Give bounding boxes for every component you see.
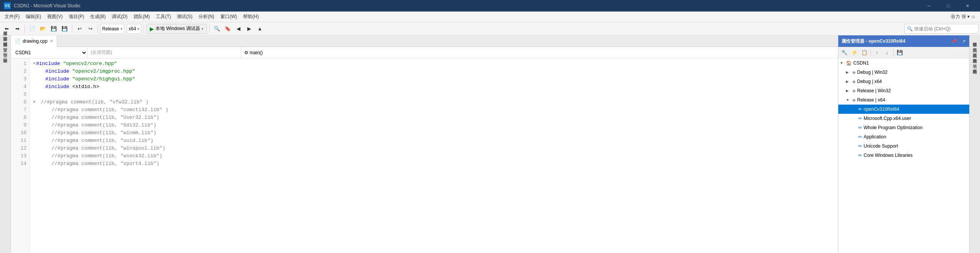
menu-view[interactable]: 视图(V) bbox=[44, 12, 66, 22]
tree-opencv-rel64[interactable]: ✏ openCv310Rel64 bbox=[838, 105, 980, 114]
properties-unpin-button[interactable]: ↗ bbox=[959, 37, 968, 45]
quick-search-box[interactable]: 🔍 bbox=[904, 24, 978, 34]
activity-output[interactable]: 工输出 bbox=[2, 58, 9, 63]
play-icon: ▶ bbox=[150, 26, 154, 32]
tree-core-windows-libs[interactable]: ✏ Core Windows Libraries bbox=[838, 151, 980, 160]
user-info[interactable]: 谷力 张 ▾ bbox=[951, 13, 970, 20]
toolbar-sep-5 bbox=[209, 25, 210, 33]
nav-forward-button[interactable]: ➡ bbox=[12, 24, 22, 34]
tree-root[interactable]: ▼ 🏠 CSDN1 bbox=[838, 58, 980, 68]
right-activity-object[interactable]: 对象浏览器 bbox=[971, 53, 978, 58]
ms-cpp-arrow bbox=[852, 117, 858, 120]
title-bar: VS CSDN1 - Microsoft Visual Studio ─ □ ✕ bbox=[0, 0, 980, 12]
prev-btn[interactable]: ◀ bbox=[233, 24, 243, 34]
prop-wrench-button[interactable]: 🔧 bbox=[840, 48, 849, 57]
save-button[interactable]: 💾 bbox=[49, 24, 59, 34]
collapse-2[interactable] bbox=[33, 68, 40, 75]
unicode-arrow bbox=[852, 144, 858, 148]
menu-project[interactable]: 项目(P) bbox=[66, 12, 87, 22]
tree-ms-cpp-user[interactable]: ✏ Microsoft.Cpp.x64.user bbox=[838, 114, 980, 123]
activity-team[interactable]: 团队资源管理器 bbox=[2, 48, 9, 52]
activity-errors[interactable]: 错误列表 bbox=[2, 64, 9, 68]
tree-release-x64[interactable]: ▼ ◈ Release | x64 bbox=[838, 95, 980, 105]
whole-prog-label: Whole Program Optimization bbox=[864, 125, 922, 130]
find-button[interactable]: 🔍 bbox=[212, 24, 222, 34]
menu-tools[interactable]: 工具(T) bbox=[153, 12, 174, 22]
menu-debug[interactable]: 调试(D) bbox=[109, 12, 131, 22]
menu-help[interactable]: 帮助(H) bbox=[240, 12, 262, 22]
code-line-13: //#pragma comment(lib, "wsock32.lib") bbox=[33, 152, 838, 160]
platform-dropdown[interactable]: x64 ▾ bbox=[127, 24, 141, 34]
nav-back-button[interactable]: ⬅ bbox=[2, 24, 12, 34]
maximize-button[interactable]: □ bbox=[939, 0, 957, 12]
properties-pin-button[interactable]: 📌 bbox=[950, 37, 958, 45]
right-activity-resource[interactable]: 资源视图 bbox=[971, 48, 978, 52]
tree-debug-x64[interactable]: ▶ ◈ Debug | x64 bbox=[838, 77, 980, 86]
open-file-button[interactable]: 📂 bbox=[38, 24, 48, 34]
tree-release-win32[interactable]: ▶ ◈ Release | Win32 bbox=[838, 86, 980, 95]
right-activity-callhier[interactable]: 调用层次结构 bbox=[971, 64, 978, 68]
tab-drawing-cpp[interactable]: 📄 drawing.cpp ✕ bbox=[11, 35, 57, 47]
tree-unicode-support[interactable]: ✏ Unicode Support bbox=[838, 141, 980, 151]
collapse-1[interactable]: ▼ bbox=[33, 60, 35, 68]
code-line-2: #include "opencv2/imgproc.hpp" bbox=[33, 68, 838, 75]
menu-window[interactable]: 窗口(W) bbox=[217, 12, 240, 22]
minimize-button[interactable]: ─ bbox=[920, 0, 938, 12]
whole-prog-icon: ✏ bbox=[858, 125, 862, 130]
release-win32-label: Release | Win32 bbox=[857, 88, 891, 93]
menu-edit[interactable]: 编辑(E) bbox=[23, 12, 44, 22]
close-button[interactable]: ✕ bbox=[958, 0, 976, 12]
release-x64-label: Release | x64 bbox=[857, 97, 885, 103]
menu-test[interactable]: 测试(S) bbox=[174, 12, 195, 22]
project-scope-select[interactable]: CSDN1 bbox=[11, 47, 88, 58]
prop-sep-1 bbox=[871, 49, 871, 56]
next-btn[interactable]: ▶ bbox=[244, 24, 254, 34]
activity-toolbox[interactable]: 工具箱 bbox=[2, 53, 9, 58]
prop-up-button[interactable]: ↑ bbox=[872, 48, 882, 57]
menu-team[interactable]: 团队(M) bbox=[131, 12, 153, 22]
tree-whole-program-opt[interactable]: ✏ Whole Program Optimization bbox=[838, 123, 980, 132]
right-activity-bar: 属性管理器 类视图 资源视图 对象浏览器 书签 调用层次结构 bbox=[969, 35, 980, 253]
prop-copy-button[interactable]: 📋 bbox=[860, 48, 869, 57]
undo-button[interactable]: ↩ bbox=[74, 24, 84, 34]
settings-icon[interactable]: ☆ bbox=[971, 14, 975, 20]
debug-win32-icon: ◈ bbox=[852, 70, 856, 75]
new-file-button[interactable]: 📄 bbox=[27, 24, 37, 34]
collapse-6[interactable]: ▼ bbox=[33, 98, 35, 106]
debug-button[interactable]: ▶ 本地 Windows 调试器 ▾ bbox=[146, 24, 207, 34]
opencv-icon: ✏ bbox=[858, 107, 862, 112]
code-line-10: //#pragma comment(lib, "winmm.lib") bbox=[33, 129, 838, 137]
prop-save-button[interactable]: 💾 bbox=[895, 48, 904, 57]
quick-search-input[interactable] bbox=[914, 26, 976, 32]
menu-file[interactable]: 文件(F) bbox=[2, 12, 23, 22]
redo-button[interactable]: ↪ bbox=[85, 24, 95, 34]
code-line-5 bbox=[33, 91, 838, 98]
tree-debug-win32[interactable]: ▶ ◈ Debug | Win32 bbox=[838, 68, 980, 77]
tab-close-button[interactable]: ✕ bbox=[50, 39, 53, 43]
activity-resource[interactable]: 资源视图 bbox=[2, 42, 9, 47]
properties-tree[interactable]: ▼ 🏠 CSDN1 ▶ ◈ Debug | Win32 ▶ ◈ Debug | … bbox=[838, 58, 980, 253]
menu-items: 文件(F) 编辑(E) 视图(V) 项目(P) 生成(B) 调试(D) 团队(M… bbox=[2, 12, 262, 22]
config-dropdown[interactable]: Release ▾ bbox=[100, 24, 124, 34]
right-activity-class[interactable]: 类视图 bbox=[971, 42, 978, 47]
bookmark-button[interactable]: 🔖 bbox=[223, 24, 233, 34]
debug-win32-arrow: ▶ bbox=[846, 70, 852, 74]
save-all-button[interactable]: 💾 bbox=[60, 24, 70, 34]
activity-solution[interactable]: 解决方案 bbox=[2, 37, 9, 42]
toolbar: ⬅ ➡ 📄 📂 💾 💾 ↩ ↪ Release ▾ x64 ▾ ▶ 本地 Win… bbox=[0, 22, 980, 35]
debug-x64-arrow: ▶ bbox=[846, 80, 852, 83]
line-num-13: 13 bbox=[11, 152, 30, 160]
menu-build[interactable]: 生成(B) bbox=[87, 12, 109, 22]
prop-lightning-button[interactable]: ⚡ bbox=[850, 48, 859, 57]
global-scope-select[interactable]: (全局范围) bbox=[88, 47, 241, 58]
prop-down-button[interactable]: ↓ bbox=[882, 48, 892, 57]
up-btn[interactable]: ▲ bbox=[255, 24, 265, 34]
function-scope-select[interactable]: ⚙ main() bbox=[241, 50, 838, 55]
tree-application[interactable]: ✏ Application bbox=[838, 132, 980, 141]
code-content[interactable]: ▼ #include "opencv2/core.hpp" #include "… bbox=[30, 58, 838, 253]
release-win32-icon: ◈ bbox=[852, 88, 856, 93]
menu-analyze[interactable]: 分析(N) bbox=[195, 12, 217, 22]
right-activity-props[interactable]: 属性管理器 bbox=[971, 37, 978, 42]
right-activity-bookmark[interactable]: 书签 bbox=[971, 58, 978, 63]
window-title: CSDN1 - Microsoft Visual Studio bbox=[14, 3, 80, 8]
